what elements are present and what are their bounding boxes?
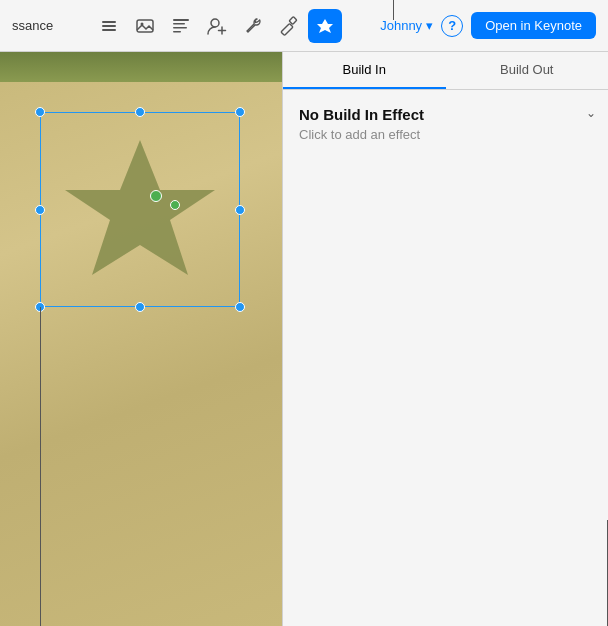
no-effect-title: No Build In Effect xyxy=(299,106,592,123)
panel-tabs: Build In Build Out xyxy=(283,52,608,90)
handle-middle-right[interactable] xyxy=(235,205,245,215)
text-icon xyxy=(171,16,191,36)
right-panel: Build In Build Out No Build In Effect Cl… xyxy=(282,52,608,626)
canvas-green-strip xyxy=(0,52,282,82)
user-name: Johnny xyxy=(380,18,422,33)
svg-marker-15 xyxy=(65,140,215,275)
svg-rect-5 xyxy=(173,19,189,21)
wrench-icon xyxy=(243,16,263,36)
panel-dropdown-chevron[interactable]: ⌄ xyxy=(586,106,596,120)
app-title: ssance xyxy=(12,18,53,33)
handle-bottom-center[interactable] xyxy=(135,302,145,312)
help-label: ? xyxy=(448,18,456,33)
left-indicator-line xyxy=(40,307,41,626)
selected-object[interactable] xyxy=(40,112,240,307)
hammer-icon xyxy=(278,15,300,37)
handle-middle-left[interactable] xyxy=(35,205,45,215)
star-shape xyxy=(50,122,230,297)
svg-rect-13 xyxy=(289,16,297,24)
svg-rect-8 xyxy=(173,31,181,33)
top-indicator-line xyxy=(393,0,394,20)
add-user-icon-btn[interactable] xyxy=(200,9,234,43)
handle-top-left[interactable] xyxy=(35,107,45,117)
rotate-handle-secondary[interactable] xyxy=(170,200,180,210)
toolbar: ssance xyxy=(0,0,608,52)
tab-build-out-label: Build Out xyxy=(500,62,553,77)
handle-top-center[interactable] xyxy=(135,107,145,117)
help-button[interactable]: ? xyxy=(441,15,463,37)
topbar-right: Johnny ▾ ? Open in Keynote xyxy=(380,12,596,39)
handle-bottom-right[interactable] xyxy=(235,302,245,312)
tab-build-in-label: Build In xyxy=(343,62,386,77)
user-chevron: ▾ xyxy=(426,18,433,33)
canvas-area xyxy=(0,52,282,626)
animate-icon xyxy=(315,16,335,36)
star-svg xyxy=(60,130,220,290)
user-button[interactable]: Johnny ▾ xyxy=(380,18,433,33)
toolbar-icons xyxy=(92,9,342,43)
wrench-icon-btn[interactable] xyxy=(236,9,270,43)
svg-rect-2 xyxy=(102,29,116,31)
rotate-handle-primary[interactable] xyxy=(150,190,162,202)
tab-build-out[interactable]: Build Out xyxy=(446,52,609,89)
open-keynote-label: Open in Keynote xyxy=(485,18,582,33)
main-layout: Build In Build Out No Build In Effect Cl… xyxy=(0,52,608,626)
no-effect-subtitle[interactable]: Click to add an effect xyxy=(299,127,592,142)
handle-top-right[interactable] xyxy=(235,107,245,117)
animate-icon-btn[interactable] xyxy=(308,9,342,43)
svg-rect-12 xyxy=(281,23,293,35)
layers-icon-btn[interactable] xyxy=(92,9,126,43)
build-hammer-icon-btn[interactable] xyxy=(272,9,306,43)
svg-rect-3 xyxy=(137,20,153,32)
svg-rect-7 xyxy=(173,27,187,29)
svg-rect-0 xyxy=(102,21,116,23)
open-keynote-button[interactable]: Open in Keynote xyxy=(471,12,596,39)
svg-rect-6 xyxy=(173,23,185,25)
add-user-icon xyxy=(206,15,228,37)
text-icon-btn[interactable] xyxy=(164,9,198,43)
tab-build-in[interactable]: Build In xyxy=(283,52,446,89)
svg-rect-1 xyxy=(102,25,116,27)
layers-icon xyxy=(99,16,119,36)
svg-point-9 xyxy=(211,19,219,27)
svg-marker-14 xyxy=(317,19,333,33)
image-icon xyxy=(135,16,155,36)
image-icon-btn[interactable] xyxy=(128,9,162,43)
panel-content: No Build In Effect Click to add an effec… xyxy=(283,90,608,626)
